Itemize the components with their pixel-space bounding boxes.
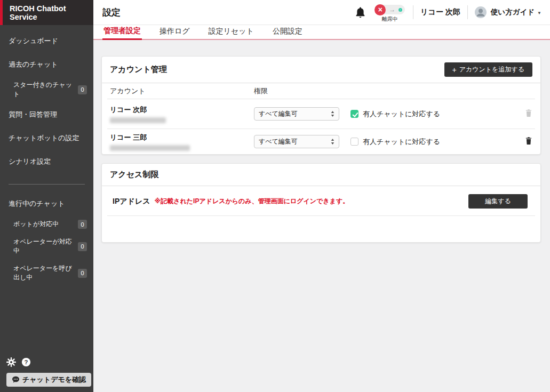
manned-chat-checkbox[interactable]: [350, 110, 358, 118]
chat-demo-label: チャットデモを確認: [22, 375, 86, 385]
sidebar-item-chatbot-settings[interactable]: チャットボットの設定: [0, 126, 93, 150]
help-icon[interactable]: ?: [21, 357, 31, 367]
sidebar-item-qa-management[interactable]: 質問・回答管理: [0, 103, 93, 126]
select-arrows-icon: [331, 111, 334, 117]
user-name: リコー 次郎: [420, 7, 460, 17]
ip-address-row: IPアドレス ※記載されたIPアドレスからのみ、管理画面にログインできます。 編…: [102, 186, 540, 215]
sidebar-item-operator-handling[interactable]: オペレーターが対応中 0: [0, 233, 93, 260]
column-permission: 権限: [254, 86, 350, 96]
count-badge: 0: [78, 242, 87, 251]
divider: [467, 5, 468, 19]
sidebar-item-starred-chats[interactable]: スター付きのチャット 0: [0, 76, 93, 103]
app-window: RICOH Chatbot Service ダッシュボード 過去のチャット スタ…: [0, 0, 550, 392]
trash-icon: [525, 137, 532, 145]
count-badge: 0: [78, 269, 87, 278]
account-table-header: アカウント 権限: [102, 83, 540, 99]
plus-icon: +: [452, 66, 457, 74]
sidebar-nav: ダッシュボード 過去のチャット スター付きのチャット 0 質問・回答管理 チャッ…: [0, 25, 93, 286]
chat-bubble-icon: [12, 376, 20, 383]
sidebar-item-past-chats[interactable]: 過去のチャット: [0, 53, 93, 76]
sidebar: RICOH Chatbot Service ダッシュボード 過去のチャット スタ…: [0, 0, 93, 392]
tab-public-settings[interactable]: 公開設定: [272, 26, 304, 39]
count-badge: 0: [78, 220, 87, 229]
select-arrows-icon: [331, 139, 334, 145]
tab-operation-log[interactable]: 操作ログ: [158, 26, 191, 39]
manned-chat-option[interactable]: 有人チャットに対応する: [350, 109, 516, 119]
account-row: リコー 三郎 すべて編集可 有人チャットに対応する: [102, 129, 540, 154]
page-title: 設定: [102, 6, 121, 19]
sidebar-item-label: ボットが対応中: [13, 220, 59, 229]
notification-bell-icon[interactable]: [355, 6, 366, 19]
account-email-redacted: [110, 117, 166, 123]
sidebar-divider: [9, 184, 85, 185]
trash-icon: [525, 109, 532, 117]
delete-account-button[interactable]: [525, 137, 532, 147]
sidebar-item-label: オペレーターが対応中: [13, 237, 78, 255]
account-name: リコー 三郎: [110, 133, 254, 142]
account-name: リコー 次郎: [110, 105, 254, 115]
svg-text:?: ?: [25, 359, 28, 365]
delete-account-button[interactable]: [525, 109, 532, 119]
tab-settings-reset[interactable]: 設定リセット: [208, 26, 255, 39]
arrow-right-icon: →: [389, 6, 395, 13]
usage-guide-label: 使い方ガイド: [491, 8, 535, 16]
manned-chat-label: 有人チャットに対応する: [363, 137, 440, 147]
brand-logo: RICOH Chatbot Service: [0, 0, 93, 25]
account-row: リコー 次郎 すべて編集可 有人チャットに対応する: [102, 99, 540, 129]
settings-tabbar: 管理者設定 操作ログ 設定リセット 公開設定: [93, 25, 550, 40]
main-area: 設定 × → 離席中 リコー 次郎: [93, 0, 550, 392]
add-account-button[interactable]: + アカウントを追加する: [444, 62, 532, 77]
edit-ip-button[interactable]: 編集する: [468, 194, 528, 209]
status-on-icon: [398, 8, 402, 12]
access-card-title: アクセス制限: [110, 170, 158, 180]
manned-chat-option[interactable]: 有人チャットに対応する: [350, 137, 516, 147]
permission-value: すべて編集可: [259, 137, 298, 146]
sidebar-item-scenario-settings[interactable]: シナリオ設定: [0, 150, 93, 173]
account-card-title: アカウント管理: [110, 65, 167, 75]
usage-guide-menu[interactable]: 使い方ガイド▼: [491, 7, 541, 17]
account-management-card: アカウント管理 + アカウントを追加する アカウント 権限 リコー 次郎: [101, 56, 541, 155]
column-account: アカウント: [110, 86, 254, 96]
chat-demo-button[interactable]: チャットデモを確認: [6, 373, 91, 387]
ip-address-label: IPアドレス: [113, 197, 150, 206]
status-label: 離席中: [382, 15, 398, 23]
topbar: 設定 × → 離席中 リコー 次郎: [93, 0, 550, 25]
sidebar-item-bot-handling[interactable]: ボットが対応中 0: [0, 215, 93, 233]
access-restriction-card: アクセス制限 IPアドレス ※記載されたIPアドレスからのみ、管理画面にログイン…: [101, 163, 541, 243]
sidebar-item-operator-calling[interactable]: オペレーターを呼び出し中 0: [0, 260, 93, 286]
ip-address-note: ※記載されたIPアドレスからのみ、管理画面にログインできます。: [155, 197, 349, 206]
add-account-label: アカウントを追加する: [459, 65, 524, 74]
manned-chat-label: 有人チャットに対応する: [363, 109, 440, 119]
manned-chat-checkbox[interactable]: [350, 138, 358, 146]
chevron-down-icon: ▼: [537, 11, 541, 15]
content-area: アカウント管理 + アカウントを追加する アカウント 権限 リコー 次郎: [93, 40, 550, 392]
count-badge: 0: [78, 85, 87, 94]
presence-status: × → 離席中: [374, 5, 405, 23]
account-email-redacted: [110, 145, 190, 151]
divider: [413, 5, 413, 19]
avatar[interactable]: [475, 6, 487, 18]
sidebar-item-label: オペレーターを呼び出し中: [13, 264, 78, 282]
permission-select[interactable]: すべて編集可: [254, 107, 339, 121]
sidebar-footer: ? チャットデモを確認: [0, 352, 93, 392]
permission-select[interactable]: すべて編集可: [254, 135, 339, 148]
sidebar-item-label: スター付きのチャット: [13, 81, 78, 99]
status-off-icon: ×: [374, 4, 386, 15]
permission-value: すべて編集可: [259, 109, 298, 118]
gear-icon[interactable]: [6, 357, 16, 367]
card-empty-space: [102, 216, 540, 242]
presence-toggle[interactable]: × →: [374, 5, 405, 14]
tab-admin-settings[interactable]: 管理者設定: [102, 25, 142, 40]
sidebar-item-ongoing-chats[interactable]: 進行中のチャット: [0, 192, 93, 215]
sidebar-item-dashboard[interactable]: ダッシュボード: [0, 29, 93, 53]
